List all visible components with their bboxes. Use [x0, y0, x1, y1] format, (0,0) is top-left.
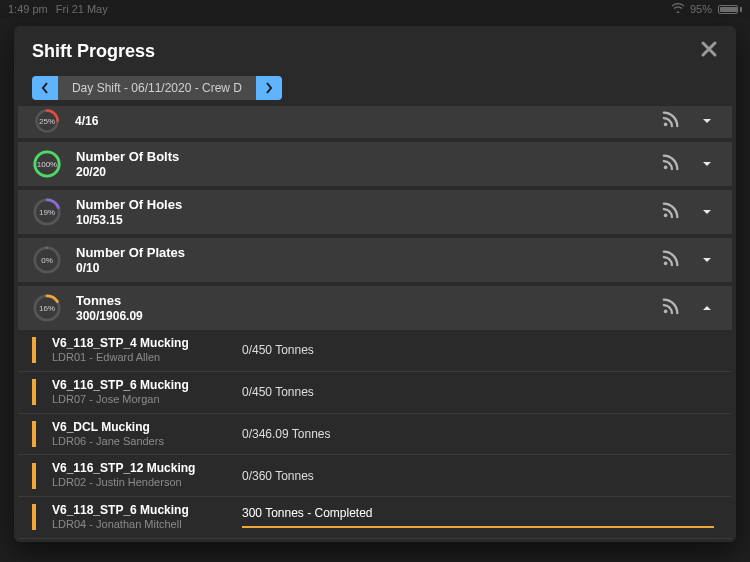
metric-title: Number Of Bolts: [76, 149, 662, 165]
task-operator: LDR07 - Jose Morgan: [52, 393, 242, 407]
progress-ring: 100%: [32, 149, 62, 179]
svg-point-14: [664, 310, 668, 314]
task-row[interactable]: V6_116_STP_6 Mucking LDR07 - Jose Morgan…: [18, 372, 732, 414]
shift-progress-modal: Shift Progress Day Shift - 06/11/2020 - …: [14, 26, 736, 542]
wifi-icon: [672, 3, 684, 15]
metric-title: Number Of Plates: [76, 245, 662, 261]
task-operator: LDR04 - Jonathan Mitchell: [52, 518, 242, 532]
svg-point-11: [664, 262, 668, 266]
task-operator: LDR06 - Jane Sanders: [52, 435, 242, 449]
task-status-bar: [32, 504, 36, 530]
progress-pct: 19%: [32, 197, 62, 227]
task-value: 0/360 Tonnes: [242, 469, 714, 483]
progress-pct: 16%: [32, 293, 62, 323]
metric-value: 4/16: [75, 114, 662, 128]
collapse-button[interactable]: [700, 301, 714, 315]
task-status-bar: [32, 421, 36, 447]
status-date: Fri 21 May: [56, 3, 108, 15]
progress-pct: 0%: [32, 245, 62, 275]
metric-title: Tonnes: [76, 293, 662, 309]
task-row[interactable]: V6_116_STP_12 Mucking LDR02 - Justin Hen…: [18, 455, 732, 497]
tasks-list: V6_118_STP_4 Mucking LDR01 - Edward Alle…: [18, 330, 732, 539]
expand-button[interactable]: [700, 205, 714, 219]
broadcast-icon[interactable]: [662, 201, 680, 223]
close-button[interactable]: [700, 40, 718, 62]
metric-row-m2[interactable]: 19% Number Of Holes 10/53.15: [18, 190, 732, 234]
task-value: 0/450 Tonnes: [242, 343, 714, 357]
metric-row-m0[interactable]: 25% 4/16: [18, 106, 732, 138]
shift-label[interactable]: Day Shift - 06/11/2020 - Crew D: [58, 76, 256, 100]
task-operator: LDR02 - Justin Henderson: [52, 476, 242, 490]
metric-value: 20/20: [76, 165, 662, 179]
next-shift-button[interactable]: [256, 76, 282, 100]
battery-icon: [718, 5, 742, 14]
task-value: 0/346.09 Tonnes: [242, 427, 714, 441]
metric-row-m4[interactable]: 16% Tonnes 300/1906.09: [18, 286, 732, 330]
metrics-list: 25% 4/16 100% Number Of Bolts 20/20: [14, 106, 736, 542]
status-time: 1:49 pm: [8, 3, 48, 15]
metric-value: 0/10: [76, 261, 662, 275]
battery-fill: [720, 7, 737, 12]
svg-point-2: [664, 123, 668, 127]
task-title: V6_DCL Mucking: [52, 420, 242, 435]
progress-ring: 0%: [32, 245, 62, 275]
task-title: V6_118_STP_6 Mucking: [52, 503, 242, 518]
task-status-bar: [32, 463, 36, 489]
broadcast-icon[interactable]: [662, 249, 680, 271]
progress-ring: 16%: [32, 293, 62, 323]
task-progress-bar: [242, 526, 714, 528]
task-row[interactable]: V6_118_STP_4 Mucking LDR01 - Edward Alle…: [18, 330, 732, 372]
task-status-bar: [32, 379, 36, 405]
page-title: Shift Progress: [32, 41, 155, 62]
svg-point-8: [664, 214, 668, 218]
status-bar: 1:49 pm Fri 21 May 95%: [0, 0, 750, 18]
metric-value: 300/1906.09: [76, 309, 662, 323]
expand-button[interactable]: [700, 114, 714, 128]
metric-value: 10/53.15: [76, 213, 662, 227]
progress-pct: 100%: [32, 149, 62, 179]
metric-row-m3[interactable]: 0% Number Of Plates 0/10: [18, 238, 732, 282]
task-operator: LDR01 - Edward Allen: [52, 351, 242, 365]
task-row[interactable]: V6_118_STP_6 Mucking LDR04 - Jonathan Mi…: [18, 497, 732, 539]
broadcast-icon[interactable]: [662, 297, 680, 319]
broadcast-icon[interactable]: [662, 110, 680, 132]
task-value: 0/450 Tonnes: [242, 385, 714, 399]
task-title: V6_118_STP_4 Mucking: [52, 336, 242, 351]
metric-title: Number Of Holes: [76, 197, 662, 213]
progress-ring: 25%: [34, 108, 60, 134]
task-row[interactable]: V6_DCL Mucking LDR06 - Jane Sanders 0/34…: [18, 414, 732, 456]
task-title: V6_116_STP_12 Mucking: [52, 461, 242, 476]
task-status-bar: [32, 337, 36, 363]
prev-shift-button[interactable]: [32, 76, 58, 100]
shift-selector: Day Shift - 06/11/2020 - Crew D: [32, 76, 282, 100]
progress-ring: 19%: [32, 197, 62, 227]
broadcast-icon[interactable]: [662, 153, 680, 175]
expand-button[interactable]: [700, 157, 714, 171]
progress-pct: 25%: [34, 108, 60, 134]
expand-button[interactable]: [700, 253, 714, 267]
task-value: 300 Tonnes - Completed: [242, 506, 714, 520]
battery-pct: 95%: [690, 3, 712, 15]
svg-point-5: [664, 166, 668, 170]
metric-row-m1[interactable]: 100% Number Of Bolts 20/20: [18, 142, 732, 186]
task-title: V6_116_STP_6 Mucking: [52, 378, 242, 393]
